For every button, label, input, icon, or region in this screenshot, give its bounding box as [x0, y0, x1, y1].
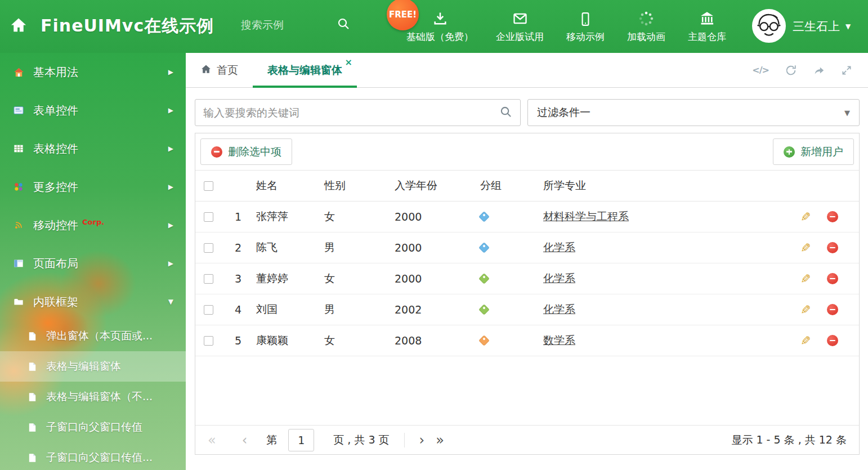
share-icon[interactable]: [813, 64, 825, 77]
tab-tools: </>: [752, 53, 868, 87]
filter-dropdown-value: 过滤条件一: [537, 105, 590, 120]
delete-selected-button[interactable]: 删除选中项: [200, 138, 292, 165]
sidebar-subitem-label: 子窗口向父窗口传值...: [46, 450, 153, 465]
sidebar: 基本用法 ▶ 表单控件 ▶ 表格控件 ▶ 更多控件 ▶ 移动控件 Corp. ▶: [0, 53, 186, 470]
close-icon[interactable]: ×: [345, 57, 352, 68]
filter-dropdown[interactable]: 过滤条件一 ▼: [527, 99, 860, 126]
page-input[interactable]: [288, 429, 314, 451]
file-icon: [26, 332, 38, 341]
tab-label: 表格与编辑窗体: [267, 63, 342, 78]
edit-icon[interactable]: ✎: [800, 210, 811, 224]
avatar[interactable]: [752, 9, 786, 43]
row-checkbox[interactable]: [204, 243, 213, 253]
edit-icon[interactable]: ✎: [800, 334, 811, 348]
sidebar-item-label: 内联框架: [33, 294, 78, 310]
delete-row-icon[interactable]: [827, 273, 838, 284]
file-icon: [26, 423, 38, 432]
major-link[interactable]: 化学系: [543, 272, 575, 284]
user-name: 三生石上: [793, 19, 840, 34]
prev-page-button[interactable]: ‹: [242, 432, 248, 448]
nav-loading-animation[interactable]: 加载动画: [616, 0, 677, 53]
delete-row-icon[interactable]: [827, 211, 838, 222]
table-header-row: 姓名 性别 入学年份 分组 所学专业: [195, 170, 859, 202]
plus-icon: [784, 146, 795, 158]
sidebar-item-more-controls[interactable]: 更多控件 ▶: [0, 168, 186, 206]
sidebar-item-iframe[interactable]: 内联框架 ▼: [0, 283, 186, 321]
cell-name: 董婷婷: [244, 271, 324, 286]
cell-year: 2000: [395, 241, 477, 254]
row-checkbox[interactable]: [204, 274, 213, 284]
tag-icon: [478, 242, 490, 253]
nav-label: 移动示例: [566, 30, 605, 43]
chevron-down-icon: ▼: [168, 298, 173, 306]
pager-divider: [404, 433, 405, 447]
widgets-icon: [12, 182, 25, 192]
tab-grid-edit-window[interactable]: 表格与编辑窗体 ×: [253, 53, 357, 87]
nav-label: 企业版试用: [496, 30, 544, 43]
sidebar-subitem-grid-edit-window[interactable]: 表格与编辑窗体: [0, 351, 186, 382]
edit-icon[interactable]: ✎: [800, 272, 811, 286]
major-link[interactable]: 化学系: [543, 303, 575, 315]
search-icon[interactable]: [499, 105, 512, 120]
header-search-input[interactable]: [241, 19, 331, 31]
select-all-checkbox[interactable]: [204, 181, 213, 191]
delete-button-label: 删除选中项: [228, 145, 281, 159]
chevron-right-icon: ▶: [168, 183, 173, 191]
table-row: 3 董婷婷 女 2000 化学系 ✎: [195, 263, 859, 294]
column-header-year: 入学年份: [395, 178, 477, 193]
delete-row-icon[interactable]: [827, 335, 838, 346]
column-header-group: 分组: [477, 178, 540, 193]
edit-icon[interactable]: ✎: [800, 303, 811, 317]
row-number: 1: [221, 211, 244, 223]
keyword-input[interactable]: [203, 106, 499, 119]
keyword-searchbox[interactable]: [195, 99, 521, 126]
sidebar-subitem-popup-window[interactable]: 弹出窗体（本页面或...: [0, 321, 186, 351]
tab-home[interactable]: 首页: [186, 53, 253, 87]
nav-enterprise-trial[interactable]: 企业版试用: [485, 0, 555, 53]
next-page-button[interactable]: ›: [419, 432, 425, 448]
major-link[interactable]: 化学系: [543, 241, 575, 253]
cell-year: 2000: [395, 272, 477, 285]
major-link[interactable]: 材料科学与工程系: [543, 210, 629, 222]
home-icon: [12, 67, 25, 78]
sidebar-item-label: 表单控件: [33, 103, 78, 118]
bank-icon: [699, 10, 715, 26]
sidebar-item-grid-controls[interactable]: 表格控件 ▶: [0, 129, 186, 168]
add-user-button[interactable]: 新增用户: [773, 138, 854, 165]
source-code-icon[interactable]: </>: [752, 65, 769, 75]
sidebar-subitem-child-to-parent-2[interactable]: 子窗口向父窗口传值...: [0, 442, 186, 470]
nav-mobile-demo[interactable]: 移动示例: [555, 0, 616, 53]
table-row: 4 刘国 男 2002 化学系 ✎: [195, 294, 859, 325]
row-checkbox[interactable]: [204, 212, 213, 222]
major-link[interactable]: 数学系: [543, 334, 575, 346]
delete-row-icon[interactable]: [827, 304, 838, 315]
caret-down-icon: ▼: [845, 23, 851, 30]
app-title: FineUIMvc在线示例: [41, 15, 214, 38]
row-number: 5: [221, 334, 244, 347]
record-summary: 显示 1 - 5 条 , 共 12 条: [731, 433, 847, 447]
chevron-right-icon: ▶: [168, 68, 173, 76]
sidebar-item-form-controls[interactable]: 表单控件 ▶: [0, 91, 186, 129]
nav-theme-repository[interactable]: 主题仓库: [677, 0, 737, 53]
row-checkbox[interactable]: [204, 305, 213, 315]
refresh-icon[interactable]: [785, 64, 797, 77]
row-checkbox[interactable]: [204, 336, 213, 346]
page-prefix-label: 第: [266, 433, 277, 447]
search-icon[interactable]: [337, 17, 350, 33]
column-header-gender: 性别: [324, 178, 395, 193]
user-menu[interactable]: 三生石上 ▼: [793, 19, 851, 34]
delete-row-icon[interactable]: [827, 242, 838, 253]
sidebar-subitem-grid-edit-window-2[interactable]: 表格与编辑窗体（不...: [0, 382, 186, 412]
edit-icon[interactable]: ✎: [800, 241, 811, 255]
home-icon[interactable]: [10, 17, 27, 36]
sidebar-item-page-layout[interactable]: 页面布局 ▶: [0, 244, 186, 283]
last-page-button[interactable]: »: [436, 432, 444, 448]
sidebar-item-mobile-controls[interactable]: 移动控件 Corp. ▶: [0, 206, 186, 244]
chevron-right-icon: ▶: [168, 106, 173, 114]
sidebar-subitem-child-to-parent[interactable]: 子窗口向父窗口传值: [0, 412, 186, 442]
sidebar-item-basic-usage[interactable]: 基本用法 ▶: [0, 53, 186, 91]
expand-icon[interactable]: [841, 65, 852, 76]
header-search[interactable]: [241, 17, 350, 33]
first-page-button[interactable]: «: [208, 432, 216, 448]
cell-name: 刘国: [244, 302, 324, 317]
